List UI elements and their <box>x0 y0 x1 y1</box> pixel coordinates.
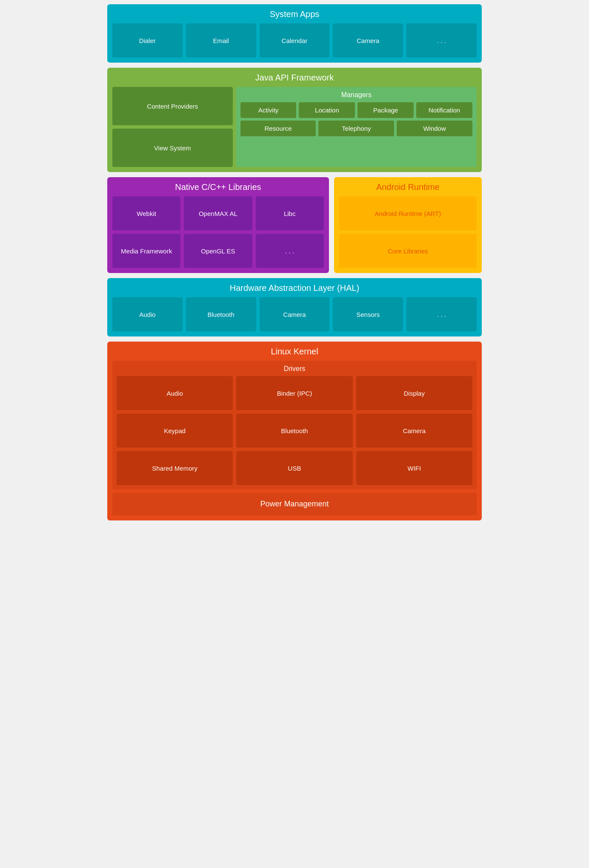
java-api-title: Java API Framework <box>112 73 477 83</box>
hal-tile: . . . <box>406 297 477 331</box>
android-runtime-tile: Android Runtime (ART) <box>339 196 477 230</box>
linux-kernel-layer: Linux Kernel Drivers AudioBinder (IPC)Di… <box>107 342 482 520</box>
java-api-left: Content ProvidersView System <box>112 87 233 167</box>
android-runtime-layer: Android Runtime Android Runtime (ART)Cor… <box>334 177 482 273</box>
native-libs-grid: WebkitOpenMAX ALLibcMedia FrameworkOpenG… <box>112 196 324 268</box>
manager-tile: Activity <box>240 102 297 118</box>
drivers-grid: AudioBinder (IPC)DisplayKeypadBluetoothC… <box>117 376 472 485</box>
native-lib-tile: OpenGL ES <box>184 234 252 268</box>
manager-tile: Package <box>357 102 414 118</box>
manager-tile: Location <box>299 102 355 118</box>
hal-tiles: AudioBluetoothCameraSensors. . . <box>112 297 477 331</box>
java-api-left-tile: View System <box>112 129 233 167</box>
java-api-inner: Content ProvidersView System Managers Ac… <box>112 87 477 167</box>
manager-tile: Telephony <box>318 121 394 136</box>
system-apps-tile: Email <box>186 23 256 57</box>
android-runtime-tiles: Android Runtime (ART)Core Libraries <box>339 196 477 268</box>
native-lib-tile: OpenMAX AL <box>184 196 252 230</box>
system-apps-title: System Apps <box>112 9 477 19</box>
android-runtime-tile: Core Libraries <box>339 234 477 268</box>
hal-tile: Sensors <box>333 297 403 331</box>
linux-kernel-title: Linux Kernel <box>112 347 477 356</box>
driver-tile: Audio <box>117 376 233 410</box>
native-libs-title: Native C/C++ Libraries <box>112 182 324 192</box>
native-libs-layer: Native C/C++ Libraries WebkitOpenMAX ALL… <box>107 177 329 273</box>
system-apps-tile: . . . <box>406 23 477 57</box>
native-lib-tile: Libc <box>256 196 324 230</box>
managers-box: Managers ActivityLocationPackageNotifica… <box>236 87 477 167</box>
managers-row2: ResourceTelephonyWindow <box>240 121 472 136</box>
system-apps-tile: Dialer <box>112 23 183 57</box>
hal-tile: Bluetooth <box>186 297 256 331</box>
hal-title: Hardware Abstraction Layer (HAL) <box>112 283 477 293</box>
driver-tile: Camera <box>356 414 472 448</box>
driver-tile: USB <box>236 451 352 485</box>
native-runtime-wrapper: Native C/C++ Libraries WebkitOpenMAX ALL… <box>107 177 482 273</box>
driver-tile: Bluetooth <box>236 414 352 448</box>
native-lib-tile: Media Framework <box>112 234 180 268</box>
driver-tile: Display <box>356 376 472 410</box>
driver-tile: Binder (IPC) <box>236 376 352 410</box>
managers-row1: ActivityLocationPackageNotification <box>240 102 472 118</box>
java-api-layer: Java API Framework Content ProvidersView… <box>107 68 482 172</box>
system-apps-layer: System Apps DialerEmailCalendarCamera. .… <box>107 4 482 63</box>
drivers-title: Drivers <box>117 365 472 373</box>
driver-tile: Keypad <box>117 414 233 448</box>
android-runtime-title: Android Runtime <box>339 182 477 192</box>
drivers-box: Drivers AudioBinder (IPC)DisplayKeypadBl… <box>112 361 477 489</box>
hal-tile: Camera <box>260 297 330 331</box>
native-lib-tile: Webkit <box>112 196 180 230</box>
manager-tile: Resource <box>240 121 316 136</box>
managers-title: Managers <box>240 91 472 99</box>
driver-tile: WIFI <box>356 451 472 485</box>
native-lib-tile: . . . <box>256 234 324 268</box>
system-apps-tile: Calendar <box>260 23 330 57</box>
driver-tile: Shared Memory <box>117 451 233 485</box>
system-apps-tile: Camera <box>333 23 403 57</box>
java-api-left-tile: Content Providers <box>112 87 233 125</box>
power-management: Power Management <box>112 493 477 515</box>
manager-tile: Notification <box>416 102 472 118</box>
manager-tile: Window <box>397 121 472 136</box>
system-apps-tiles: DialerEmailCalendarCamera. . . <box>112 23 477 57</box>
hal-tile: Audio <box>112 297 183 331</box>
hal-layer: Hardware Abstraction Layer (HAL) AudioBl… <box>107 278 482 336</box>
